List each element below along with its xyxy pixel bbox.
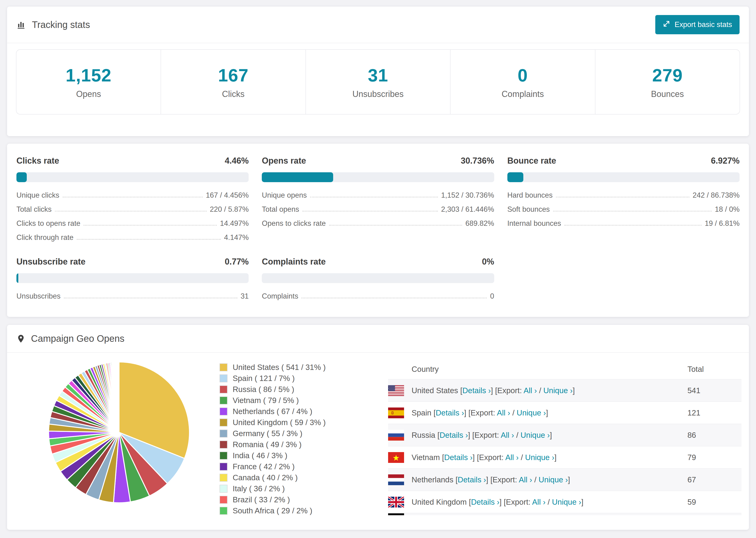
legend-label: United States ( 541 / 31% ) xyxy=(233,363,326,372)
opens-rate-block: Opens rate30.736%Unique opens1,152 / 30.… xyxy=(262,156,494,242)
legend-item-united-states: United States ( 541 / 31% ) xyxy=(220,362,388,373)
tracking-stats-header: Tracking stats Export basic stats xyxy=(7,7,749,43)
legend-swatch xyxy=(220,485,228,493)
legend-label: South Africa ( 29 / 2% ) xyxy=(233,506,312,515)
export-unique-link[interactable]: Unique › xyxy=(552,498,581,506)
legend-label: Canada ( 40 / 2% ) xyxy=(233,473,298,482)
legend-swatch xyxy=(220,430,228,438)
legend-item-romania: Romania ( 49 / 3% ) xyxy=(220,439,388,450)
campaign-geo-opens-card: Campaign Geo Opens United States ( 541 /… xyxy=(7,325,749,530)
stat-label: Unsubscribes xyxy=(352,89,404,99)
export-unique-link[interactable]: Unique › xyxy=(525,453,555,462)
clicks-rate-details: Unique clicks167 / 4.456%Total clicks220… xyxy=(17,186,249,242)
legend-label: Germany ( 55 / 3% ) xyxy=(233,429,302,438)
map-pin-icon xyxy=(17,334,26,344)
details-link[interactable]: Details › xyxy=(440,431,468,439)
clicks-rate-row: Total clicks220 / 5.87% xyxy=(17,199,249,214)
legend-item-netherlands: Netherlands ( 67 / 4% ) xyxy=(220,406,388,417)
complaints-rate-progress-track xyxy=(262,273,494,283)
stat-complaints: 0Complaints xyxy=(450,50,595,114)
stat-opens: 1,152Opens xyxy=(17,50,161,114)
legend-swatch xyxy=(220,407,228,415)
legend-swatch xyxy=(220,496,228,504)
legend-item-united-kingdom: United Kingdom ( 59 / 3% ) xyxy=(220,417,388,428)
complaints-rate-row: Complaints0 xyxy=(262,286,494,300)
bounce-rate-row: Soft bounces18 / 0% xyxy=(507,199,739,214)
clicks-rate-row: Unique clicks167 / 4.456% xyxy=(17,186,249,199)
gb-flag-icon xyxy=(388,497,404,508)
export-unique-link[interactable]: Unique › xyxy=(539,475,568,484)
clicks-rate-row: Clicks to opens rate14.497% xyxy=(17,214,249,228)
opens-rate-row: Total opens2,303 / 61.446% xyxy=(262,199,494,214)
bounce-rate-title: Bounce rate xyxy=(507,156,556,166)
details-link[interactable]: Details › xyxy=(458,475,486,484)
geo-table-rows: United States [Details ›] [Export: All ›… xyxy=(388,379,741,515)
dotted-leader xyxy=(55,211,207,211)
country-cell: Vietnam [Details ›] [Export: All › / Uni… xyxy=(411,453,687,462)
ru-flag-icon xyxy=(388,430,404,441)
geo-table-row-vietnam: Vietnam [Details ›] [Export: All › / Uni… xyxy=(388,446,741,468)
legend-item-spain: Spain ( 121 / 7% ) xyxy=(220,373,388,384)
bounce-rate-progress-fill xyxy=(507,172,523,182)
legend-swatch xyxy=(220,441,228,449)
legend-label: Brazil ( 33 / 2% ) xyxy=(233,495,290,504)
export-unique-link[interactable]: Unique › xyxy=(520,431,550,439)
country-cell: Russia [Details ›] [Export: All › / Uniq… xyxy=(411,431,687,440)
export-all-link[interactable]: All › xyxy=(501,431,514,439)
geo-title-wrap: Campaign Geo Opens xyxy=(17,333,125,344)
clicks-rate-progress-track xyxy=(17,172,249,182)
stat-label: Complaints xyxy=(502,89,544,99)
country-cell: Netherlands [Details ›] [Export: All › /… xyxy=(411,475,687,484)
legend-label: Romania ( 49 / 3% ) xyxy=(233,440,301,449)
stat-value: 279 xyxy=(652,65,683,85)
dotted-leader xyxy=(302,211,438,211)
export-all-link[interactable]: All › xyxy=(497,408,510,417)
geo-pie-wrap xyxy=(17,359,220,516)
complaints-rate-value: 0% xyxy=(482,257,494,267)
details-link[interactable]: Details › xyxy=(436,408,464,417)
total-cell: 67 xyxy=(687,475,741,484)
tracking-stats-title: Tracking stats xyxy=(17,20,90,30)
legend-swatch xyxy=(220,363,228,371)
us-flag-icon xyxy=(388,385,404,396)
export-unique-link[interactable]: Unique › xyxy=(543,386,573,395)
details-link[interactable]: Details › xyxy=(471,498,499,506)
header-divider xyxy=(7,43,749,43)
geo-table-row-russia: Russia [Details ›] [Export: All › / Uniq… xyxy=(388,424,741,446)
dotted-leader xyxy=(565,225,702,226)
legend-label: United Kingdom ( 59 / 3% ) xyxy=(233,418,326,427)
opens-rate-value: 30.736% xyxy=(461,156,494,166)
export-unique-link[interactable]: Unique › xyxy=(517,408,546,417)
clicks-rate-row: Click through rate4.147% xyxy=(17,228,249,242)
legend-swatch xyxy=(220,397,228,404)
stat-clicks: 167Clicks xyxy=(161,50,305,114)
unsubscribe-rate-progress-fill xyxy=(17,273,18,283)
legend-label: Vietnam ( 79 / 5% ) xyxy=(233,396,299,405)
complaints-rate-details: Complaints0 xyxy=(262,286,494,300)
export-all-link[interactable]: All › xyxy=(532,498,546,506)
export-all-link[interactable]: All › xyxy=(523,386,537,395)
geo-table-row xyxy=(388,513,741,515)
stat-label: Opens xyxy=(76,89,101,99)
unsubscribe-rate-value: 0.77% xyxy=(225,257,249,267)
de-flag-icon xyxy=(388,513,404,515)
unsubscribe-rate-head: Unsubscribe rate0.77% xyxy=(17,257,249,267)
column-header-total: Total xyxy=(687,365,741,374)
opens-rate-row: Opens to clicks rate689.82% xyxy=(262,214,494,228)
details-link[interactable]: Details › xyxy=(444,453,473,462)
country-cell: United Kingdom [Details ›] [Export: All … xyxy=(411,498,687,507)
opens-rate-details: Unique opens1,152 / 30.736%Total opens2,… xyxy=(262,186,494,228)
opens-rate-progress-track xyxy=(262,172,494,182)
stat-value: 0 xyxy=(518,65,528,85)
bounce-rate-head: Bounce rate6.927% xyxy=(507,156,739,166)
export-all-link[interactable]: All › xyxy=(519,475,532,484)
dotted-leader xyxy=(301,297,487,298)
legend-swatch xyxy=(220,507,228,515)
unsubscribe-rate-block: Unsubscribe rate0.77%Unsubscribes31 xyxy=(17,257,249,300)
bounce-rate-row: Internal bounces19 / 6.81% xyxy=(507,214,739,228)
export-basic-stats-button[interactable]: Export basic stats xyxy=(655,15,739,34)
export-all-link[interactable]: All › xyxy=(505,453,519,462)
details-link[interactable]: Details › xyxy=(462,386,491,395)
bounce-rate-progress-track xyxy=(507,172,739,182)
country-cell: United States [Details ›] [Export: All ›… xyxy=(411,386,687,395)
